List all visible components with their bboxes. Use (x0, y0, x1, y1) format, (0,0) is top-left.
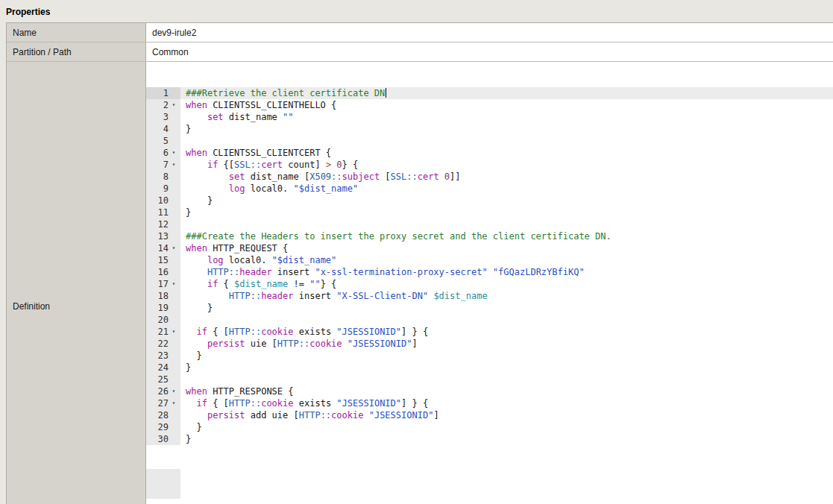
line-number: 25 (146, 374, 169, 385)
code-text: when HTTP_RESPONSE { (180, 385, 833, 397)
gutter-cell: 22 (146, 338, 180, 350)
name-label: Name (7, 23, 146, 42)
code-text: } (180, 350, 833, 362)
code-line[interactable]: 18 HTTP::header insert "X-SSL-Client-DN"… (146, 290, 833, 302)
fold-toggle-icon[interactable]: ▾ (169, 397, 179, 409)
code-line[interactable]: 4} (146, 123, 833, 135)
gutter-cell: 7▾ (146, 159, 180, 171)
code-line[interactable]: 12 (146, 218, 833, 230)
code-line[interactable]: 15 log local0. "$dist_name" (146, 254, 833, 266)
code-line[interactable]: 8 set dist_name [X509::subject [SSL::cer… (146, 171, 833, 183)
code-text: log local0. "$dist_name" (180, 183, 833, 195)
code-text (180, 314, 833, 326)
code-line[interactable]: 19 } (146, 302, 833, 314)
line-number: 1 (146, 87, 169, 99)
code-line[interactable]: 14▾when HTTP_REQUEST { (146, 242, 833, 254)
code-line[interactable]: 28 persist add uie [HTTP::cookie "JSESSI… (146, 409, 833, 421)
code-line[interactable]: 20 (146, 314, 833, 326)
code-line[interactable]: 5 (146, 135, 833, 147)
code-line[interactable]: 30} (146, 433, 833, 445)
code-line[interactable]: 2▾when CLIENTSSL_CLIENTHELLO { (146, 99, 833, 111)
line-number: 26 (146, 385, 169, 397)
code-text: HTTP::header insert "x-ssl-termination-p… (180, 266, 833, 278)
code-line[interactable]: 9 log local0. "$dist_name" (146, 183, 833, 195)
partition-label: Partition / Path (7, 42, 146, 61)
code-text (180, 135, 833, 147)
partition-value: Common (146, 42, 833, 61)
code-line[interactable]: 10 } (146, 195, 833, 207)
line-number: 14 (146, 242, 169, 254)
code-text: if { $dist_name != ""} { (180, 278, 833, 290)
code-text: } (180, 421, 833, 433)
code-text: persist uie [HTTP::cookie "JSESSIONID"] (180, 338, 833, 350)
code-text: set dist_name [X509::subject [SSL::cert … (180, 171, 833, 183)
code-text (180, 374, 833, 385)
gutter-cell: 11 (146, 207, 180, 218)
line-number: 21 (146, 326, 169, 338)
gutter-cell: 13 (146, 230, 180, 242)
gutter-cell: 19 (146, 302, 180, 314)
code-line[interactable]: 1###Retrieve the client certificate DN (146, 87, 833, 99)
gutter-cell: 29 (146, 421, 180, 433)
gutter-cell: 20 (146, 314, 180, 326)
code-text: HTTP::header insert "X-SSL-Client-DN" $d… (180, 290, 833, 302)
gutter-cell: 15 (146, 254, 180, 266)
gutter-cell: 4 (146, 123, 180, 135)
line-number: 17 (146, 278, 169, 290)
code-line[interactable]: 17▾ if { $dist_name != ""} { (146, 278, 833, 290)
code-line[interactable]: 27▾ if { [HTTP::cookie exists "JSESSIONI… (146, 397, 833, 409)
code-line[interactable]: 24} (146, 362, 833, 374)
line-number: 28 (146, 409, 169, 421)
gutter-cell: 5 (146, 135, 180, 147)
page-title: Properties (0, 0, 833, 22)
code-line[interactable]: 21▾ if { [HTTP::cookie exists "JSESSIONI… (146, 326, 833, 338)
gutter-cell: 3 (146, 111, 180, 123)
code-text: persist add uie [HTTP::cookie "JSESSIONI… (180, 409, 833, 421)
code-text: if { [HTTP::cookie exists "JSESSIONID"] … (180, 397, 833, 409)
code-text: } (180, 207, 833, 218)
fold-toggle-icon[interactable]: ▾ (169, 278, 179, 290)
code-line[interactable]: 6▾when CLIENTSSL_CLIENTCERT { (146, 147, 833, 159)
gutter-cell: 21▾ (146, 326, 180, 338)
code-line[interactable]: 26▾when HTTP_RESPONSE { (146, 385, 833, 397)
gutter-cell: 14▾ (146, 242, 180, 254)
fold-toggle-icon[interactable]: ▾ (169, 99, 179, 111)
code-text: when CLIENTSSL_CLIENTCERT { (180, 147, 833, 159)
code-line[interactable]: 23 } (146, 350, 833, 362)
editor-empty-area[interactable] (146, 469, 833, 499)
line-number: 18 (146, 290, 169, 302)
code-line[interactable]: 11} (146, 207, 833, 218)
code-line[interactable]: 22 persist uie [HTTP::cookie "JSESSIONID… (146, 338, 833, 350)
line-number: 20 (146, 314, 169, 326)
gutter-cell: 18 (146, 290, 180, 302)
code-line[interactable]: 3 set dist_name "" (146, 111, 833, 123)
line-number: 10 (146, 195, 169, 207)
gutter-cell: 17▾ (146, 278, 180, 290)
fold-toggle-icon[interactable]: ▾ (169, 385, 179, 397)
code-line[interactable]: 16 HTTP::header insert "x-ssl-terminatio… (146, 266, 833, 278)
name-row: Name dev9-irule2 (7, 23, 833, 42)
gutter-cell: 23 (146, 350, 180, 362)
gutter-cell: 16 (146, 266, 180, 278)
code-editor[interactable]: 1###Retrieve the client certificate DN2▾… (146, 62, 833, 504)
gutter-cell: 1 (146, 87, 180, 99)
code-line[interactable]: 29 } (146, 421, 833, 433)
line-number: 7 (146, 159, 169, 171)
fold-toggle-icon[interactable]: ▾ (169, 326, 179, 338)
text-cursor (386, 88, 387, 98)
gutter-cell: 10 (146, 195, 180, 207)
line-number: 6 (146, 147, 169, 159)
code-line[interactable]: 25 (146, 374, 833, 385)
line-number: 16 (146, 266, 169, 278)
fold-toggle-icon[interactable]: ▾ (169, 147, 179, 159)
definition-label: Definition (7, 62, 146, 504)
fold-toggle-icon[interactable]: ▾ (169, 242, 179, 254)
code-text: } (180, 362, 833, 374)
code-text (180, 218, 833, 230)
gutter-cell: 8 (146, 171, 180, 183)
code-line[interactable]: 7▾ if {[SSL::cert count] > 0} { (146, 159, 833, 171)
fold-toggle-icon[interactable]: ▾ (169, 159, 179, 171)
gutter-cell: 25 (146, 374, 180, 385)
code-text: } (180, 195, 833, 207)
code-line[interactable]: 13###Create the Headers to insert the pr… (146, 230, 833, 242)
